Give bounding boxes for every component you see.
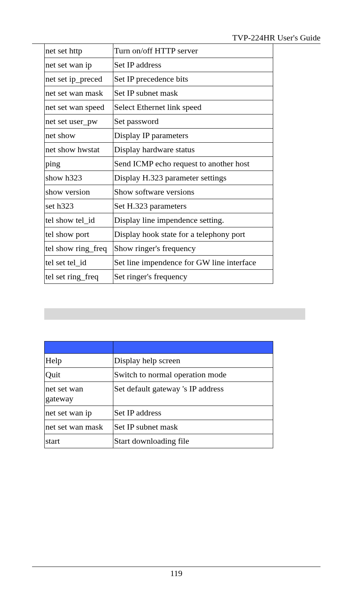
table-row: tel show port Display hook state for a t… <box>45 227 273 241</box>
desc-cell: Show software versions <box>113 185 273 199</box>
table-row: ping Send ICMP echo request to another h… <box>45 157 273 171</box>
desc-cell: Set IP subnet mask <box>113 86 273 100</box>
cmd-cell: tel show ring_freq <box>45 241 113 256</box>
desc-cell: Set IP address <box>113 58 273 72</box>
desc-cell: Display hook state for a telephony port <box>113 227 273 241</box>
cmd-cell: show h323 <box>45 171 113 185</box>
cmd-cell: net set wan gateway <box>45 382 113 406</box>
cmd-cell: net show <box>45 129 113 143</box>
table-row: net set wan mask Set IP subnet mask <box>45 86 273 100</box>
desc-cell: Select Ethernet link speed <box>113 100 273 114</box>
table-row: tel show tel_id Display line impendence … <box>45 213 273 227</box>
desc-cell: Set password <box>113 114 273 129</box>
command-table-1: net set http Turn on/off HTTP server net… <box>44 44 273 284</box>
header-title: TVP-224HR User's Guide <box>32 33 321 43</box>
desc-cell: Send ICMP echo request to another host <box>113 157 273 171</box>
page-header: TVP-224HR User's Guide <box>32 33 321 44</box>
table-row: tel set ring_freq Set ringer's frequency <box>45 270 273 284</box>
desc-cell: Display help screen <box>113 354 273 368</box>
cmd-cell: tel set ring_freq <box>45 270 113 284</box>
command-table-2: Help Display help screen Quit Switch to … <box>44 341 273 448</box>
table-row: Help Display help screen <box>45 354 273 368</box>
cmd-cell: net set wan mask <box>45 420 113 434</box>
cmd-cell: net set user_pw <box>45 114 113 129</box>
cmd-cell: net set http <box>45 44 113 58</box>
cmd-cell: Help <box>45 354 113 368</box>
desc-cell: Display H.323 parameter settings <box>113 171 273 185</box>
cmd-cell: tel set tel_id <box>45 256 113 270</box>
desc-cell: Set H.323 parameters <box>113 199 273 213</box>
desc-cell: Turn on/off HTTP server <box>113 44 273 58</box>
table-row: net set ip_preced Set IP precedence bits <box>45 72 273 86</box>
table-row: show h323 Display H.323 parameter settin… <box>45 171 273 185</box>
cmd-cell: net show hwstat <box>45 143 113 157</box>
table-row: net set user_pw Set password <box>45 114 273 129</box>
cmd-cell: Quit <box>45 368 113 382</box>
page: TVP-224HR User's Guide net set http Turn… <box>0 0 364 615</box>
cmd-cell: net set ip_preced <box>45 72 113 86</box>
desc-cell: Display hardware status <box>113 143 273 157</box>
command-table-2-wrap: Help Display help screen Quit Switch to … <box>44 341 305 448</box>
cmd-cell: show version <box>45 185 113 199</box>
table-row: net show Display IP parameters <box>45 129 273 143</box>
table-row: net show hwstat Display hardware status <box>45 143 273 157</box>
desc-cell: Display line impendence setting. <box>113 213 273 227</box>
table-row: Quit Switch to normal operation mode <box>45 368 273 382</box>
command-table-1-wrap: net set http Turn on/off HTTP server net… <box>44 44 305 284</box>
cmd-cell: net set wan ip <box>45 406 113 420</box>
table-row: tel show ring_freq Show ringer's frequen… <box>45 241 273 256</box>
table-row: net set http Turn on/off HTTP server <box>45 44 273 58</box>
page-number: 119 <box>32 567 321 578</box>
desc-cell: Set default gateway 's IP address <box>113 382 273 406</box>
table-row: net set wan ip Set IP address <box>45 406 273 420</box>
cmd-cell: start <box>45 434 113 448</box>
cmd-cell: net set wan ip <box>45 58 113 72</box>
table-row: net set wan mask Set IP subnet mask <box>45 420 273 434</box>
header-cell-desc <box>113 341 273 354</box>
table-row: net set wan ip Set IP address <box>45 58 273 72</box>
desc-cell: Switch to normal operation mode <box>113 368 273 382</box>
desc-cell: Set ringer's frequency <box>113 270 273 284</box>
table-row: net set wan gateway Set default gateway … <box>45 382 273 406</box>
page-footer: 119 <box>32 567 321 578</box>
cmd-cell: net set wan mask <box>45 86 113 100</box>
cmd-cell: tel show port <box>45 227 113 241</box>
desc-cell: Set line impendence for GW line interfac… <box>113 256 273 270</box>
cmd-cell: tel show tel_id <box>45 213 113 227</box>
table-row: net set wan speed Select Ethernet link s… <box>45 100 273 114</box>
desc-cell: Set IP precedence bits <box>113 72 273 86</box>
desc-cell: Show ringer's frequency <box>113 241 273 256</box>
table-row: show version Show software versions <box>45 185 273 199</box>
table-row: set h323 Set H.323 parameters <box>45 199 273 213</box>
table-header-row <box>45 341 273 354</box>
desc-cell: Set IP address <box>113 406 273 420</box>
desc-cell: Start downloading file <box>113 434 273 448</box>
cmd-cell: net set wan speed <box>45 100 113 114</box>
cmd-cell: set h323 <box>45 199 113 213</box>
header-cell-cmd <box>45 341 113 354</box>
desc-cell: Display IP parameters <box>113 129 273 143</box>
desc-cell: Set IP subnet mask <box>113 420 273 434</box>
section-divider-bar <box>44 308 305 320</box>
table-row: start Start downloading file <box>45 434 273 448</box>
table-row: tel set tel_id Set line impendence for G… <box>45 256 273 270</box>
cmd-cell: ping <box>45 157 113 171</box>
